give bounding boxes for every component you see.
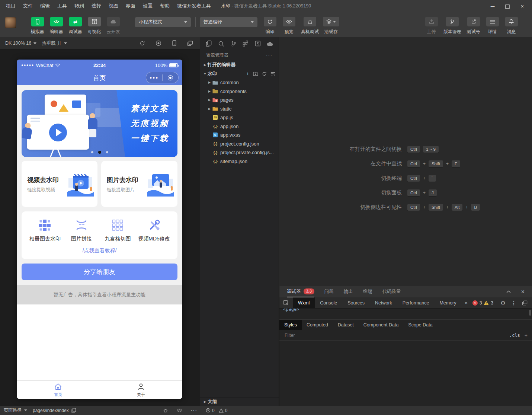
menu-item-go[interactable]: 转到 <box>71 3 88 9</box>
menu-item-edit[interactable]: 编辑 <box>36 3 54 9</box>
styles-tab-scope-data[interactable]: Scope Data <box>403 320 437 330</box>
tab-terminal[interactable]: 终端 <box>363 286 372 297</box>
collapse-all-icon[interactable] <box>270 71 275 76</box>
copy-icon[interactable] <box>71 408 76 413</box>
menu-item-file[interactable]: 文件 <box>19 3 36 9</box>
close-panel-icon[interactable]: × <box>521 288 525 295</box>
tab-home[interactable]: 首页 <box>17 381 100 399</box>
editor-toggle-button[interactable]: </> 编辑器 <box>47 12 66 35</box>
hot-reload-select[interactable]: 热重载 开 <box>42 40 67 47</box>
new-folder-icon[interactable] <box>253 71 258 76</box>
test-account-button[interactable]: 测试号 <box>464 12 483 35</box>
tree-item-file[interactable]: {..} project.config.json <box>200 140 279 149</box>
maximize-button[interactable] <box>500 0 515 12</box>
tutorial-link[interactable]: /点我查看教程/ <box>30 248 169 254</box>
menu-item-help[interactable]: 帮助 <box>156 3 173 9</box>
tree-item-folder[interactable]: ▶ static <box>200 105 279 114</box>
device-select[interactable]: DK 100% 16 <box>5 41 36 46</box>
devtools-tab-network[interactable]: Network <box>370 297 397 308</box>
package-icon[interactable] <box>255 41 261 47</box>
new-file-icon[interactable]: + <box>246 72 249 76</box>
minimize-button[interactable]: ─ <box>485 0 500 12</box>
project-section[interactable]: ▼ 水印 + <box>200 69 279 78</box>
files-icon[interactable] <box>206 40 212 47</box>
multi-window-icon[interactable] <box>187 41 193 46</box>
devtools-tab-console[interactable]: Console <box>315 297 342 308</box>
simulator-toggle-button[interactable]: 模拟器 <box>28 12 47 35</box>
gear-icon[interactable]: ⚙ <box>501 300 506 306</box>
console-problem-counts[interactable]: × 3 3 <box>472 300 493 306</box>
tree-item-folder[interactable]: ▶ common <box>200 78 279 87</box>
preview-button[interactable]: 预览 <box>279 12 298 35</box>
version-control-button[interactable]: 版本管理 <box>441 12 464 35</box>
compile-mode-select[interactable]: 普通编译 <box>200 17 257 27</box>
tab-problems[interactable]: 问题 <box>324 286 334 297</box>
search-icon[interactable] <box>218 41 224 47</box>
video-md5-feature[interactable]: 视频MD5修改 <box>136 218 172 242</box>
tree-item-file[interactable]: JS app.js <box>200 113 279 122</box>
menu-item-project[interactable]: 项目 <box>2 3 19 9</box>
tree-item-folder[interactable]: ▶ components <box>200 87 279 96</box>
devtools-tab-memory[interactable]: Memory <box>434 297 461 308</box>
menu-item-tools[interactable]: 工具 <box>54 3 71 9</box>
filter-input[interactable] <box>284 332 509 338</box>
kebab-menu-icon[interactable]: ⋮ <box>511 300 516 306</box>
inspect-element-icon[interactable] <box>279 300 293 306</box>
element-tag[interactable]: <page> <box>283 309 299 312</box>
phone-rotate-icon[interactable] <box>172 40 177 46</box>
device-debug-button[interactable]: 真机调试 <box>298 12 321 35</box>
debugger-toggle-button[interactable]: ⇄ 调试器 <box>66 12 85 35</box>
scrollbar-thumb[interactable] <box>529 310 531 316</box>
tree-item-file[interactable]: S app.wxss <box>200 131 279 140</box>
tab-debugger[interactable]: 调试器 3,3 <box>287 286 314 297</box>
share-button[interactable]: 分享给朋友 <box>22 264 177 280</box>
close-miniprogram-icon[interactable] <box>163 75 179 80</box>
add-style-button[interactable]: + <box>525 332 528 338</box>
more-options-icon[interactable]: ●●● <box>146 76 162 80</box>
styles-tab-dataset[interactable]: Dataset <box>333 320 359 330</box>
grid-cut-feature[interactable]: 九宫格切图 <box>100 218 136 242</box>
visual-toggle-button[interactable]: 可视化 <box>85 12 104 35</box>
outline-section[interactable]: ▶ 大纲 <box>200 397 279 406</box>
problems-summary[interactable]: 0 0 <box>206 408 227 413</box>
styles-tab-component-data[interactable]: Component Data <box>359 320 404 330</box>
upload-button[interactable]: 上传 <box>422 12 441 35</box>
video-watermark-card[interactable]: 视频去水印 链接提取视频 <box>22 161 97 207</box>
stop-record-icon[interactable] <box>156 40 161 46</box>
menu-item-interface[interactable]: 界面 <box>122 3 139 9</box>
menu-item-select[interactable]: 选择 <box>88 3 105 9</box>
tree-item-file[interactable]: {..} sitemap.json <box>200 157 279 166</box>
open-editors-section[interactable]: ▶ 打开的编辑器 <box>200 60 279 69</box>
cls-button[interactable]: .cls <box>509 333 520 338</box>
refresh-icon[interactable] <box>262 71 267 76</box>
chevron-up-icon[interactable] <box>506 290 511 293</box>
devtools-tab-sources[interactable]: Sources <box>342 297 370 308</box>
details-button[interactable]: 详情 <box>483 12 502 35</box>
eye-icon[interactable] <box>177 408 182 412</box>
clear-cache-button[interactable]: 清缓存 <box>321 12 340 35</box>
promo-banner[interactable]: 素材文案 无痕视频 一键下载 <box>22 90 177 157</box>
undock-icon[interactable] <box>522 300 528 306</box>
tab-about[interactable]: 关于 <box>100 381 183 399</box>
cloud-dev-button[interactable]: 云开发 <box>104 12 123 35</box>
image-stitch-feature[interactable]: 图片拼接 <box>63 218 100 242</box>
page-path-label[interactable]: 页面路径 <box>4 407 22 414</box>
image-watermark-card[interactable]: 图片去水印 链接提取图片 <box>101 161 177 207</box>
styles-tab-styles[interactable]: Styles <box>279 320 302 330</box>
wxml-elements-pane[interactable]: <page> <box>279 309 532 320</box>
mode-select[interactable]: 小程序模式 <box>135 17 191 27</box>
messages-button[interactable]: 消息 <box>502 12 521 35</box>
refresh-icon[interactable] <box>140 41 145 46</box>
more-icon[interactable]: ··· <box>191 408 198 413</box>
compile-button[interactable]: 编译 <box>260 12 279 35</box>
menu-item-view[interactable]: 视图 <box>105 3 122 9</box>
bug-icon[interactable] <box>163 408 168 413</box>
menu-item-settings[interactable]: 设置 <box>139 3 156 9</box>
tree-item-file[interactable]: {..} app.json <box>200 122 279 131</box>
album-watermark-feature[interactable]: 相册图去水印 <box>27 218 63 242</box>
tree-item-folder[interactable]: ▶ pages <box>200 96 279 105</box>
more-tabs-icon[interactable]: » <box>462 300 471 306</box>
styles-tab-computed[interactable]: Computed <box>302 320 333 330</box>
avatar[interactable] <box>5 17 16 28</box>
close-button[interactable]: × <box>515 0 530 12</box>
